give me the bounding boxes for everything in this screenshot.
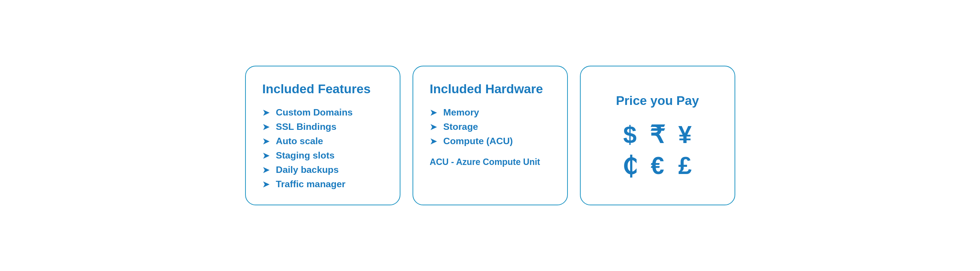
list-item: ➤Custom Domains <box>262 107 383 118</box>
list-item: ➤Traffic manager <box>262 179 383 190</box>
list-item-label: Staging slots <box>276 150 335 161</box>
arrow-icon: ➤ <box>430 108 438 118</box>
arrow-icon: ➤ <box>430 136 438 147</box>
arrow-icon: ➤ <box>262 122 271 132</box>
list-item-label: Compute (ACU) <box>444 136 513 147</box>
arrow-icon: ➤ <box>262 151 271 161</box>
arrow-icon: ➤ <box>262 179 271 190</box>
list-item-label: Custom Domains <box>276 107 353 118</box>
hardware-card: Included Hardware ➤Memory➤Storage➤Comput… <box>412 66 568 205</box>
currency-symbol: $ <box>622 123 638 147</box>
acu-note: ACU - Azure Compute Unit <box>430 157 550 167</box>
arrow-icon: ➤ <box>262 108 271 118</box>
currency-symbol: ¥ <box>677 123 693 147</box>
currency-symbol: £ <box>677 154 693 178</box>
arrow-icon: ➤ <box>430 122 438 132</box>
arrow-icon: ➤ <box>262 136 271 147</box>
list-item: ➤Daily backups <box>262 164 383 175</box>
list-item: ➤Memory <box>430 107 550 118</box>
currency-symbol: ₹ <box>650 123 665 147</box>
list-item: ➤Compute (ACU) <box>430 136 550 147</box>
list-item-label: SSL Bindings <box>276 121 337 132</box>
list-item: ➤Staging slots <box>262 150 383 161</box>
list-item: ➤Auto scale <box>262 136 383 147</box>
list-item: ➤Storage <box>430 121 550 132</box>
price-card: Price you Pay $₹¥₵€£ <box>580 66 735 205</box>
list-item-label: Storage <box>444 121 478 132</box>
main-container: Included Features ➤Custom Domains➤SSL Bi… <box>245 66 735 205</box>
hardware-list: ➤Memory➤Storage➤Compute (ACU) <box>430 107 550 147</box>
list-item-label: Daily backups <box>276 164 339 175</box>
hardware-title: Included Hardware <box>430 81 550 97</box>
features-title: Included Features <box>262 81 383 97</box>
list-item-label: Auto scale <box>276 136 323 147</box>
currency-symbol: ₵ <box>622 154 638 178</box>
list-item: ➤SSL Bindings <box>262 121 383 132</box>
list-item-label: Memory <box>444 107 479 118</box>
arrow-icon: ➤ <box>262 165 271 175</box>
features-list: ➤Custom Domains➤SSL Bindings➤Auto scale➤… <box>262 107 383 190</box>
features-card: Included Features ➤Custom Domains➤SSL Bi… <box>245 66 401 205</box>
currency-symbol: € <box>650 154 665 178</box>
list-item-label: Traffic manager <box>276 179 346 190</box>
currency-grid: $₹¥₵€£ <box>622 123 693 178</box>
price-title: Price you Pay <box>616 93 699 108</box>
